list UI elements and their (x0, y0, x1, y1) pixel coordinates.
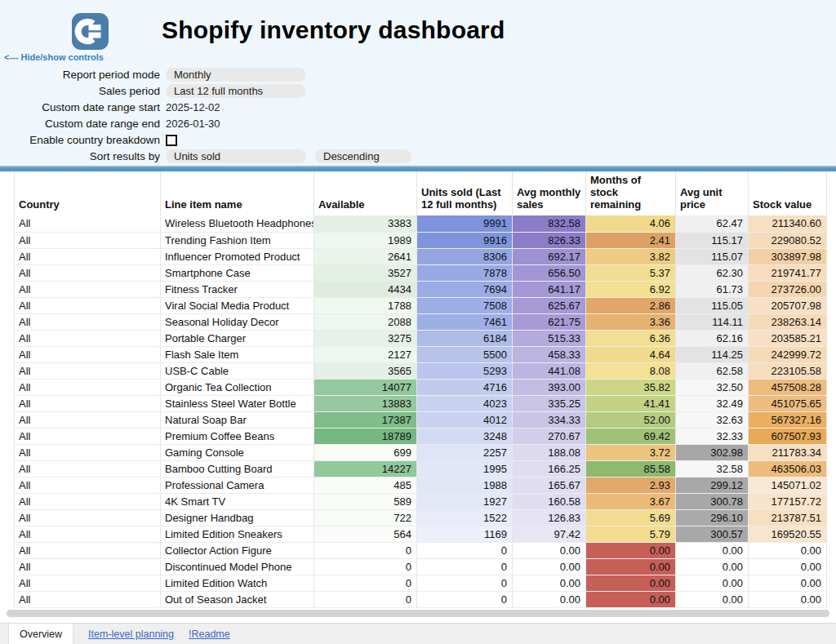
table-cell[interactable]: 5.69 (586, 509, 676, 526)
table-cell[interactable]: 334.33 (513, 411, 586, 428)
table-cell[interactable]: Bamboo Cutting Board (161, 460, 314, 477)
table-cell[interactable]: 3.72 (586, 444, 676, 460)
table-cell[interactable]: All (15, 460, 161, 477)
table-cell[interactable]: 0.00 (676, 575, 749, 591)
table-cell[interactable]: All (15, 411, 161, 428)
table-cell[interactable]: All (15, 215, 161, 232)
table-cell[interactable]: 589 (314, 493, 417, 509)
table-cell[interactable]: Influencer Promoted Product (161, 248, 314, 264)
table-cell[interactable]: 17387 (314, 411, 417, 428)
table-cell[interactable]: 457508.28 (749, 379, 827, 395)
table-cell[interactable]: 2.41 (586, 232, 676, 248)
table-cell[interactable]: 14227 (314, 460, 417, 477)
table-cell[interactable]: All (15, 297, 161, 313)
column-header-3[interactable]: Units sold (Last 12 full months) (417, 171, 513, 215)
table-cell[interactable]: 219741.77 (749, 264, 827, 281)
table-cell[interactable]: 6.92 (586, 281, 676, 297)
table-cell[interactable]: 641.17 (513, 281, 586, 297)
table-cell[interactable]: 1989 (314, 232, 417, 248)
table-cell[interactable]: 9991 (417, 215, 513, 232)
column-header-2[interactable]: Available (314, 171, 417, 215)
table-cell[interactable]: 6184 (417, 330, 513, 346)
table-cell[interactable]: 5.37 (586, 264, 676, 281)
table-cell[interactable]: 303897.98 (749, 248, 827, 264)
table-cell[interactable]: 7694 (417, 281, 513, 297)
table-cell[interactable]: 0.00 (676, 591, 749, 607)
table-cell[interactable]: 242999.72 (749, 346, 827, 362)
table-cell[interactable]: All (15, 444, 161, 460)
table-cell[interactable]: 515.33 (513, 330, 586, 346)
table-cell[interactable]: 7461 (417, 313, 513, 330)
sort-by-select[interactable]: Units sold (166, 149, 306, 163)
table-cell[interactable]: All (15, 575, 161, 591)
table-cell[interactable]: 177157.72 (749, 493, 827, 509)
table-cell[interactable]: 229080.52 (749, 232, 827, 248)
table-cell[interactable]: Seasonal Holiday Decor (161, 313, 314, 330)
table-cell[interactable]: 2641 (314, 248, 417, 264)
table-cell[interactable]: 463506.03 (749, 460, 827, 477)
table-cell[interactable]: 169520.55 (749, 526, 827, 542)
table-cell[interactable]: 6.36 (586, 330, 676, 346)
table-cell[interactable]: 4434 (314, 281, 417, 297)
table-cell[interactable]: 5.79 (586, 526, 676, 542)
table-cell[interactable]: 8306 (417, 248, 513, 264)
table-cell[interactable]: 335.25 (513, 395, 586, 411)
table-cell[interactable]: 0.00 (586, 558, 676, 575)
tab-overview[interactable]: Overview (8, 624, 73, 644)
report-period-mode-select[interactable]: Monthly (166, 68, 306, 82)
custom-date-start-field[interactable]: 2025-12-02 (166, 101, 220, 113)
table-cell[interactable]: Portable Charger (161, 330, 314, 346)
table-cell[interactable]: 166.25 (513, 460, 586, 477)
table-cell[interactable]: 115.05 (676, 297, 749, 313)
table-cell[interactable]: 0 (314, 575, 417, 591)
table-cell[interactable]: 3275 (314, 330, 417, 346)
table-cell[interactable]: Limited Edition Sneakers (161, 526, 314, 542)
column-header-5[interactable]: Months of stock remaining (586, 171, 676, 215)
table-cell[interactable]: All (15, 248, 161, 264)
tab-item-level-planning[interactable]: Item-level planning (88, 624, 174, 644)
table-cell[interactable]: 4716 (417, 379, 513, 395)
table-cell[interactable]: 722 (314, 509, 417, 526)
table-cell[interactable]: 62.30 (676, 264, 749, 281)
table-cell[interactable]: 485 (314, 477, 417, 493)
table-cell[interactable]: 0.00 (749, 542, 827, 558)
table-cell[interactable]: Gaming Console (161, 444, 314, 460)
table-cell[interactable]: 0.00 (513, 558, 586, 575)
table-cell[interactable]: Trending Fashion Item (161, 232, 314, 248)
table-cell[interactable]: 692.17 (513, 248, 586, 264)
table-cell[interactable]: All (15, 395, 161, 411)
country-breakdown-checkbox[interactable] (166, 135, 177, 146)
table-cell[interactable]: 3383 (314, 215, 417, 232)
column-header-7[interactable]: Stock value (749, 171, 827, 215)
table-cell[interactable]: 2088 (314, 313, 417, 330)
table-cell[interactable]: 62.58 (676, 362, 749, 379)
table-cell[interactable]: 1995 (417, 460, 513, 477)
table-cell[interactable]: Collector Action Figure (161, 542, 314, 558)
table-cell[interactable]: Discontinued Model Phone (161, 558, 314, 575)
table-cell[interactable]: 32.63 (676, 411, 749, 428)
table-cell[interactable]: 0.00 (513, 575, 586, 591)
table-cell[interactable]: 1522 (417, 509, 513, 526)
table-cell[interactable]: Organic Tea Collection (161, 379, 314, 395)
table-cell[interactable]: 3.82 (586, 248, 676, 264)
table-cell[interactable]: 0 (417, 575, 513, 591)
table-cell[interactable]: 62.47 (676, 215, 749, 232)
table-cell[interactable]: 9916 (417, 232, 513, 248)
table-cell[interactable]: 0 (314, 542, 417, 558)
table-cell[interactable]: 4K Smart TV (161, 493, 314, 509)
table-cell[interactable]: 621.75 (513, 313, 586, 330)
table-cell[interactable]: Designer Handbag (161, 509, 314, 526)
table-cell[interactable]: 0.00 (586, 542, 676, 558)
table-cell[interactable]: 826.33 (513, 232, 586, 248)
table-cell[interactable]: USB-C Cable (161, 362, 314, 379)
table-cell[interactable]: All (15, 591, 161, 607)
table-cell[interactable]: 0.00 (513, 591, 586, 607)
table-cell[interactable]: 4.06 (586, 215, 676, 232)
table-cell[interactable]: 85.58 (586, 460, 676, 477)
table-cell[interactable]: 4012 (417, 411, 513, 428)
table-cell[interactable]: 393.00 (513, 379, 586, 395)
table-cell[interactable]: 302.98 (676, 444, 749, 460)
table-cell[interactable]: 2.93 (586, 477, 676, 493)
table-cell[interactable]: 2.86 (586, 297, 676, 313)
table-cell[interactable]: 3.36 (586, 313, 676, 330)
